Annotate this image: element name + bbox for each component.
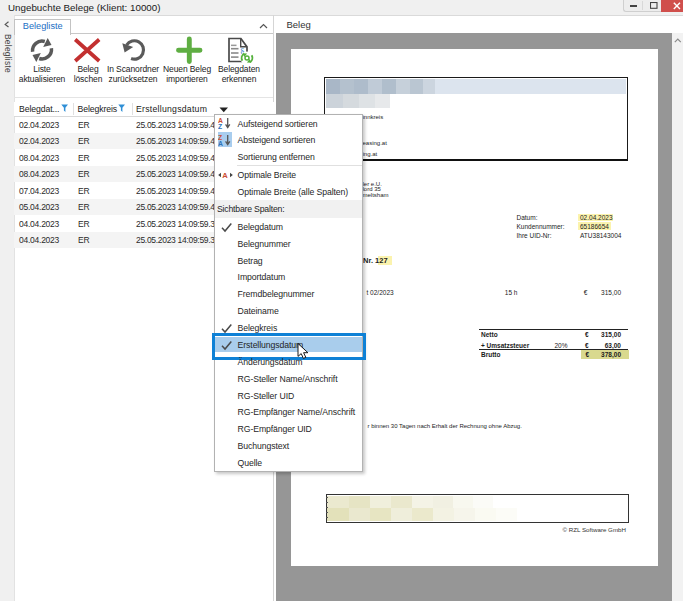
svg-text:Z: Z (218, 123, 222, 130)
svg-text:A: A (218, 140, 223, 147)
svg-text:A: A (223, 172, 229, 181)
